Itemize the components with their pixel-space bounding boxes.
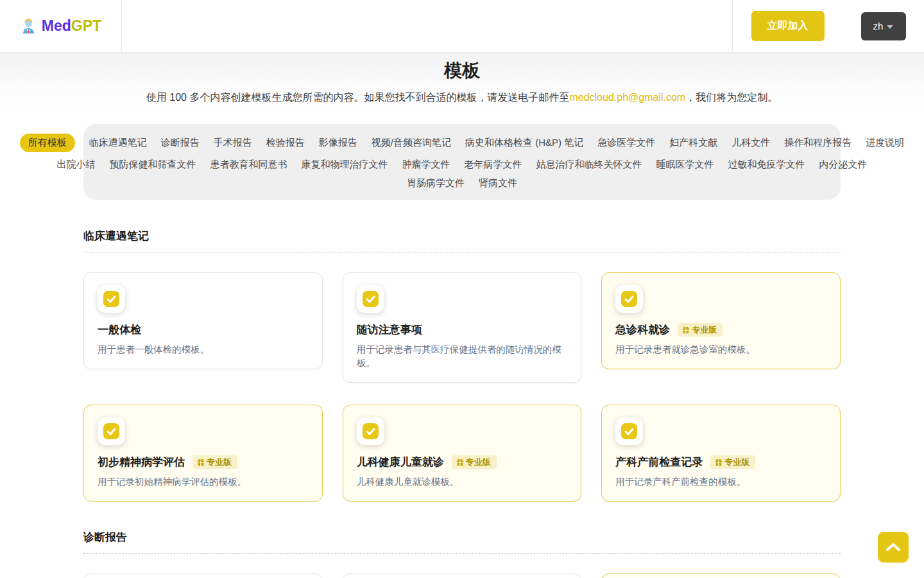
filter-chip[interactable]: 操作和程序报告	[784, 137, 851, 149]
pro-badge-label: 专业版	[207, 458, 232, 466]
filter-chip[interactable]: 内分泌文件	[819, 159, 868, 171]
filter-chip[interactable]: 肿瘤学文件	[402, 159, 450, 171]
check-icon	[615, 417, 643, 445]
card-description: 儿科健康儿童就诊模板。	[357, 475, 568, 489]
filter-chip[interactable]: 过敏和免疫学文件	[728, 159, 805, 171]
join-now-button[interactable]: 立即加入	[751, 11, 825, 41]
filter-row: 所有模板 临床遭遇笔记 诊断报告 手术报告 检验报告 影像报告 视频/音频咨询笔…	[98, 134, 826, 152]
filter-row: 胃肠病学文件 肾病文件	[98, 177, 826, 189]
filter-chip[interactable]: 视频/音频咨询笔记	[372, 137, 451, 149]
template-card[interactable]: 儿科健康儿童就诊 专业版 儿科健康儿童就诊模板。	[343, 405, 582, 502]
logo-text-med: Med	[42, 17, 71, 34]
subtitle-text-before: 使用 100 多个内容创建模板生成您所需的内容。如果您找不到合适的模板，请发送电…	[146, 92, 570, 103]
filter-chip[interactable]: 妇产科文献	[669, 137, 717, 149]
filter-chip[interactable]: 儿科文件	[732, 137, 770, 149]
card-grid: 验血报告 X光报告 核磁共振报告	[83, 574, 841, 578]
card-grid: 一般体检 用于患者一般体检的模板。 随访注意事项 用于记录患者与其医疗保健提供者…	[83, 272, 841, 502]
filter-chip[interactable]: 姑息治疗和临终关怀文件	[536, 159, 642, 171]
filter-chip[interactable]: 急诊医学文件	[597, 137, 655, 149]
filter-chip[interactable]: 影像报告	[319, 137, 357, 149]
filter-chip[interactable]: 所有模板	[20, 134, 75, 152]
filter-chip[interactable]: 手术报告	[214, 137, 252, 149]
check-icon	[98, 285, 125, 313]
gift-icon	[682, 326, 690, 334]
template-card[interactable]: X光报告	[343, 574, 582, 578]
chevron-down-icon	[887, 25, 893, 29]
pro-badge: 专业版	[678, 323, 723, 337]
template-card[interactable]: 验血报告	[83, 574, 323, 578]
lang-cell: zh	[843, 0, 924, 52]
page-title: 模板	[0, 58, 924, 83]
logo[interactable]: MedGPT	[0, 0, 122, 52]
filter-chip[interactable]: 患者教育和同意书	[210, 159, 287, 171]
template-card[interactable]: 初步精神病学评估 专业版 用于记录初始精神病学评估的模板。	[83, 405, 323, 502]
check-icon	[357, 285, 384, 313]
filter-chip[interactable]: 预防保健和筛查文件	[110, 159, 196, 171]
chevron-up-icon	[886, 543, 901, 552]
dashed-divider	[83, 252, 841, 252]
pro-badge: 专业版	[710, 455, 755, 469]
template-filterbar: 所有模板 临床遭遇笔记 诊断报告 手术报告 检验报告 影像报告 视频/音频咨询笔…	[83, 124, 841, 200]
filter-chip[interactable]: 老年病学文件	[465, 159, 522, 171]
section-title: 诊断报告	[83, 530, 841, 545]
filter-chip[interactable]: 临床遭遇笔记	[89, 137, 147, 149]
pro-badge-label: 专业版	[724, 458, 749, 466]
pro-badge-label: 专业版	[692, 326, 717, 334]
gift-icon	[197, 459, 205, 466]
check-icon	[615, 285, 643, 313]
join-cell: 立即加入	[732, 0, 843, 52]
filter-chip[interactable]: 睡眠医学文件	[656, 159, 714, 171]
card-title: 儿科健康儿童就诊	[357, 455, 444, 469]
template-card[interactable]: 核磁共振报告 专业版	[601, 574, 841, 578]
card-title: 急诊科就诊	[615, 322, 670, 337]
filter-chip[interactable]: 出院小结	[57, 159, 96, 171]
check-icon	[98, 417, 125, 445]
filter-chip[interactable]: 肾病文件	[479, 177, 517, 189]
language-value: zh	[873, 21, 884, 31]
email-link[interactable]: medcloud.ph@gmail.com	[569, 92, 685, 103]
template-section: 临床遭遇笔记 一般体检 用于患者一般体检的模板。 随访注意事项	[83, 229, 841, 502]
template-card[interactable]: 一般体检 用于患者一般体检的模板。	[83, 272, 323, 369]
filter-chip[interactable]: 病史和体格检查 (H&P) 笔记	[465, 137, 583, 149]
filter-chip[interactable]: 检验报告	[266, 137, 305, 149]
gift-icon	[715, 459, 723, 466]
card-title: 产科产前检查记录	[615, 455, 703, 469]
filter-row: 出院小结 预防保健和筛查文件 患者教育和同意书 康复和物理治疗文件 肿瘤学文件 …	[98, 159, 826, 171]
hero: 模板 使用 100 多个内容创建模板生成您所需的内容。如果您找不到合适的模板，请…	[0, 53, 924, 114]
page-subtitle: 使用 100 多个内容创建模板生成您所需的内容。如果您找不到合适的模板，请发送电…	[0, 91, 924, 105]
language-selector[interactable]: zh	[861, 12, 906, 40]
dashed-divider	[83, 553, 841, 554]
section-title: 临床遭遇笔记	[83, 229, 841, 243]
filter-chip[interactable]: 康复和物理治疗文件	[302, 159, 388, 171]
template-section: 诊断报告 验血报告 X光报告	[83, 530, 841, 578]
card-description: 用于患者一般体检的模板。	[98, 343, 309, 356]
card-title: 随访注意事项	[357, 322, 422, 337]
template-card[interactable]: 急诊科就诊 专业版 用于记录患者就诊急诊室的模板。	[601, 272, 841, 369]
filter-chip[interactable]: 胃肠病学文件	[407, 177, 465, 189]
pro-badge-label: 专业版	[466, 458, 491, 466]
card-description: 用于记录患者与其医疗保健提供者的随访情况的模板。	[357, 343, 568, 370]
sections: 临床遭遇笔记 一般体检 用于患者一般体检的模板。 随访注意事项	[83, 229, 841, 578]
pro-badge: 专业版	[193, 455, 237, 469]
doctor-icon	[20, 17, 37, 35]
scroll-to-top-button[interactable]	[878, 532, 909, 563]
gift-icon	[456, 459, 464, 466]
card-description: 用于记录初始精神病学评估的模板。	[98, 475, 309, 489]
card-description: 用于记录患者就诊急诊室的模板。	[615, 343, 826, 356]
template-card[interactable]: 产科产前检查记录 专业版 用于记录产科产前检查的模板。	[601, 405, 841, 502]
logo-text-gpt: GPT	[71, 17, 101, 34]
template-card[interactable]: 随访注意事项 用于记录患者与其医疗保健提供者的随访情况的模板。	[343, 272, 582, 383]
header-spacer	[122, 0, 732, 52]
check-icon	[357, 417, 384, 445]
top-navbar: MedGPT 立即加入 zh	[0, 0, 924, 53]
filter-chip[interactable]: 诊断报告	[161, 137, 200, 149]
card-title: 一般体检	[98, 322, 141, 337]
subtitle-text-after: ，我们将为您定制。	[685, 92, 778, 103]
card-description: 用于记录产科产前检查的模板。	[615, 475, 826, 489]
card-title: 初步精神病学评估	[98, 455, 185, 469]
filter-chip[interactable]: 进度说明	[866, 137, 904, 149]
pro-badge: 专业版	[452, 455, 497, 469]
